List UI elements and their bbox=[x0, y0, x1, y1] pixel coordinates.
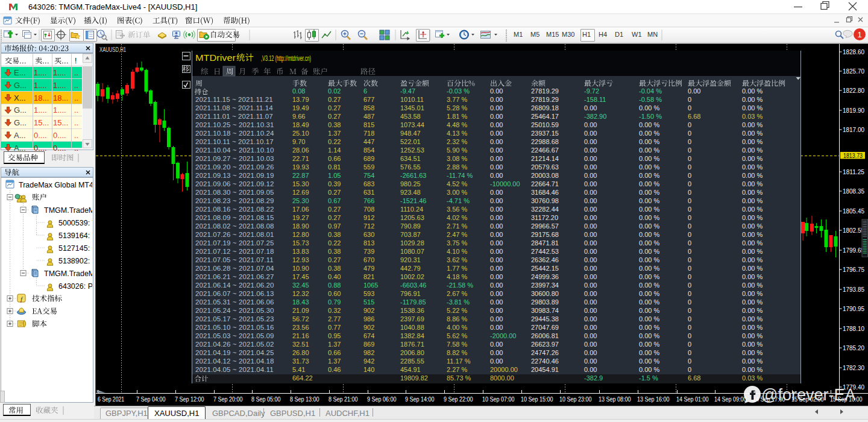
svg-text:14 Sep 01:00: 14 Sep 01:00 bbox=[676, 395, 709, 403]
svg-text:14 Sep 17:00: 14 Sep 17:00 bbox=[753, 395, 785, 403]
svg-text:8 Sep 05:00: 8 Sep 05:00 bbox=[251, 395, 281, 403]
svg-text:1799.65: 1799.65 bbox=[843, 247, 864, 254]
svg-text:10 Sep 07:00: 10 Sep 07:00 bbox=[482, 395, 515, 403]
svg-text:7 Sep 12:00: 7 Sep 12:00 bbox=[175, 395, 204, 403]
svg-text:1825.70: 1825.70 bbox=[843, 68, 864, 75]
svg-text:9 Sep 22:00: 9 Sep 22:00 bbox=[444, 395, 473, 403]
svg-text:13 Sep 16:00: 13 Sep 16:00 bbox=[637, 395, 670, 403]
svg-text:15 Sep 02:00: 15 Sep 02:00 bbox=[791, 395, 824, 403]
svg-text:1802.55: 1802.55 bbox=[843, 227, 864, 234]
svg-text:1811.25: 1811.25 bbox=[843, 168, 864, 175]
svg-text:1796.75: 1796.75 bbox=[843, 266, 864, 273]
svg-text:1788.10: 1788.10 bbox=[843, 325, 864, 332]
svg-text:1819.90: 1819.90 bbox=[843, 107, 864, 114]
svg-text:1793.85: 1793.85 bbox=[843, 286, 864, 293]
svg-text:1813.73: 1813.73 bbox=[843, 152, 863, 159]
svg-text:1817.00: 1817.00 bbox=[843, 126, 864, 133]
svg-text:10 Sep 23:00: 10 Sep 23:00 bbox=[559, 395, 592, 403]
svg-text:6 Sep 2021: 6 Sep 2021 bbox=[98, 395, 124, 403]
svg-text:10 Sep 15:00: 10 Sep 15:00 bbox=[521, 395, 553, 403]
svg-text:7 Sep 04:00: 7 Sep 04:00 bbox=[136, 395, 166, 403]
svg-text:1790.95: 1790.95 bbox=[843, 305, 864, 312]
svg-text:8 Sep 21:00: 8 Sep 21:00 bbox=[329, 395, 358, 403]
svg-text:1785.20: 1785.20 bbox=[843, 344, 864, 351]
svg-text:9 Sep 06:00: 9 Sep 06:00 bbox=[367, 395, 397, 403]
svg-text:1782.30: 1782.30 bbox=[843, 364, 864, 371]
svg-text:13 Sep 08:00: 13 Sep 08:00 bbox=[599, 395, 631, 403]
svg-text:1805.45: 1805.45 bbox=[843, 207, 864, 215]
svg-text:7 Sep 20:00: 7 Sep 20:00 bbox=[213, 395, 243, 403]
svg-text:9 Sep 14:00: 9 Sep 14:00 bbox=[405, 395, 435, 403]
svg-text:1779.40: 1779.40 bbox=[843, 383, 864, 391]
svg-text:1822.80: 1822.80 bbox=[843, 87, 864, 94]
svg-text:14 Sep 09:00: 14 Sep 09:00 bbox=[714, 395, 747, 403]
svg-text:8 Sep 13:00: 8 Sep 13:00 bbox=[290, 395, 319, 403]
svg-text:XAUUSD,H1: XAUUSD,H1 bbox=[99, 46, 126, 53]
svg-text:15 Sep 10:00: 15 Sep 10:00 bbox=[830, 395, 863, 403]
svg-text:1808.35: 1808.35 bbox=[843, 187, 864, 195]
svg-text:1828.60: 1828.60 bbox=[843, 48, 864, 55]
